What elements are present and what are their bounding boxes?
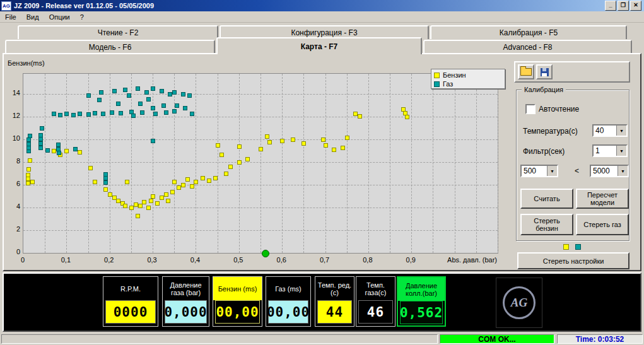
gas-data-point	[38, 141, 43, 146]
plot-area[interactable]	[23, 73, 498, 254]
tab-advanced-f8[interactable]: Advanced - F8	[423, 40, 632, 53]
tab-map-f7[interactable]: Карта - F7	[216, 37, 422, 54]
y-axis-title: Бензин(ms)	[8, 59, 45, 67]
gridline-v	[131, 74, 132, 253]
com-status: COM OK...	[440, 334, 554, 344]
erase-settings-button[interactable]: Стереть настройки	[517, 252, 629, 269]
x-axis-title: Abs. давл. (bar)	[424, 256, 497, 264]
tab-model-f6[interactable]: Модель - F6	[5, 40, 215, 53]
ag-logo-icon: AG	[503, 286, 536, 319]
open-folder-icon	[520, 68, 532, 76]
petrol-data-point	[123, 204, 127, 208]
gas-data-point	[86, 93, 91, 98]
gauge-label: Бензин (ms)	[213, 277, 262, 300]
auto-read-checkbox[interactable]	[525, 104, 536, 114]
chevron-down-icon[interactable]: ▼	[618, 166, 628, 176]
gas-data-point	[58, 113, 62, 117]
erase-petrol-button[interactable]: Стереть бензин	[520, 214, 573, 235]
gas-data-point	[140, 110, 144, 115]
gridline-h	[23, 185, 498, 185]
range-high-select[interactable]: 5000 ▼	[590, 165, 629, 177]
temperature-select[interactable]: 40 ▼	[592, 124, 628, 137]
gauge-gas-pressure: Давление газа (bar) 0,000	[162, 276, 209, 327]
x-tick-label: 0,5	[228, 256, 249, 264]
tab-reading-f2[interactable]: Чтение - F2	[18, 25, 218, 39]
range-operator: <	[575, 167, 579, 175]
close-button-icon[interactable]: ✕	[630, 1, 641, 11]
gridline-h	[23, 162, 498, 163]
menu-file[interactable]: File	[0, 13, 21, 21]
x-tick-label: 0,7	[314, 256, 336, 264]
x-tick-label: 0,9	[400, 256, 421, 264]
gridline-v	[368, 74, 369, 253]
chevron-down-icon[interactable]: ▼	[547, 166, 557, 176]
gas-data-point	[112, 89, 117, 93]
gridline-v	[282, 74, 283, 253]
gas-data-point	[52, 112, 56, 116]
petrol-data-point	[146, 206, 151, 210]
gas-data-point	[26, 137, 31, 142]
read-button[interactable]: Считать	[520, 189, 573, 209]
gas-data-point	[99, 90, 103, 95]
window-controls: _ ❐ ✕	[605, 1, 641, 11]
gridline-v	[411, 74, 412, 253]
save-file-button[interactable]	[536, 64, 553, 79]
gas-data-point	[119, 111, 123, 115]
gridline-v	[390, 74, 390, 253]
x-tick-label: 0,6	[271, 256, 292, 264]
chart-region: Abs. давл. (bar) Бензин Газ 00,10,20,30,…	[23, 73, 497, 252]
gas-swatch-icon	[575, 244, 581, 250]
open-file-button[interactable]	[518, 64, 534, 79]
menubar: File Вид Опции ?	[0, 11, 644, 23]
cursor-marker[interactable]	[262, 250, 269, 257]
chevron-down-icon[interactable]: ▼	[616, 146, 626, 156]
recalc-model-button[interactable]: Пересчет модели	[576, 189, 629, 209]
petrol-data-point	[265, 134, 269, 139]
gas-data-point	[57, 151, 61, 155]
gas-data-point	[110, 110, 114, 115]
x-tick-label: 0	[12, 256, 33, 264]
minimize-button-icon[interactable]: _	[605, 1, 616, 11]
gridline-v	[45, 74, 45, 253]
petrol-data-point	[224, 172, 228, 176]
titlebar: AG JZ 2009 - Release ver 01.12.05 - 05/0…	[0, 0, 644, 11]
petrol-data-point	[30, 180, 35, 184]
petrol-data-point	[149, 199, 153, 203]
gas-data-point	[172, 109, 177, 114]
y-tick-label: 0	[5, 248, 20, 255]
gauge-panel: R.P.M. 0000 Давление газа (bar) 0,000 Бе…	[3, 272, 641, 332]
gauge-gas-ms: Газ (ms) 00,00	[266, 276, 311, 327]
maximize-button-icon[interactable]: ❐	[618, 1, 629, 11]
gas-data-point	[103, 180, 108, 185]
gauge-label: Газ (ms)	[266, 277, 310, 300]
menu-options[interactable]: Опции	[44, 13, 75, 21]
tab-calibration-f5[interactable]: Калибрация - F5	[430, 25, 627, 39]
y-tick-label: 14	[5, 89, 20, 96]
menu-view[interactable]: Вид	[21, 13, 44, 21]
gas-data-point	[183, 106, 187, 110]
gas-swatch-icon	[434, 81, 440, 87]
gas-data-point	[181, 92, 185, 96]
app-icon: AG	[1, 1, 11, 11]
gas-data-point	[161, 103, 166, 108]
range-low-value: 500	[522, 167, 547, 175]
filter-select[interactable]: 1 ▼	[592, 144, 628, 157]
gas-data-point	[78, 112, 82, 116]
gas-data-point	[38, 137, 43, 141]
petrol-data-point	[321, 137, 325, 142]
main-panel: Бензин(ms) Abs. давл. (bar) Бензин Газ 0…	[3, 53, 641, 271]
petrol-data-point	[324, 143, 328, 148]
petrol-data-point	[220, 153, 224, 157]
range-low-select[interactable]: 500 ▼	[520, 165, 558, 177]
petrol-data-point	[207, 178, 211, 183]
chevron-down-icon[interactable]: ▼	[616, 126, 626, 136]
petrol-data-point	[341, 146, 345, 150]
menu-help[interactable]: ?	[75, 13, 89, 21]
y-tick-label: 10	[5, 134, 20, 142]
y-tick-label: 12	[5, 112, 20, 119]
ag-logo: AG	[496, 278, 542, 328]
erase-gas-button[interactable]: Стереть газ	[576, 214, 629, 235]
gas-data-point	[116, 102, 120, 106]
range-high-value: 5000	[591, 167, 618, 175]
gas-data-point	[175, 103, 179, 108]
